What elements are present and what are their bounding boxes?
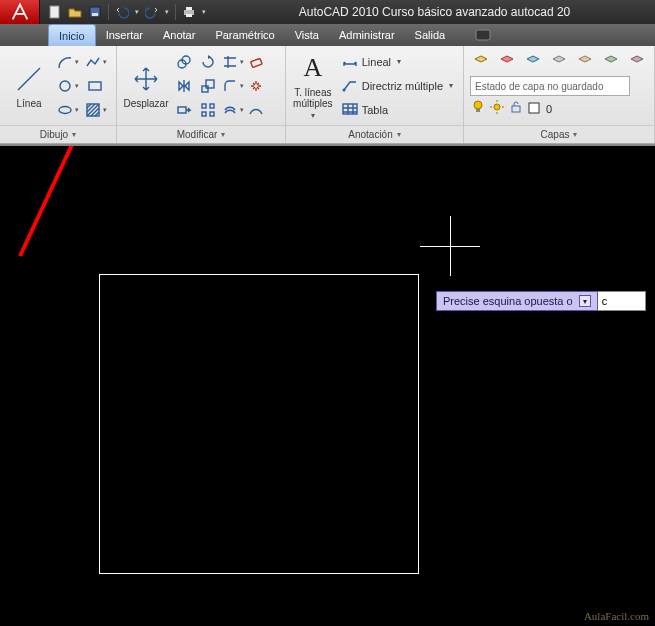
dynamic-input-field[interactable]	[598, 291, 646, 311]
svg-rect-20	[202, 112, 206, 116]
svg-rect-4	[186, 7, 192, 10]
tab-insertar[interactable]: Insertar	[96, 24, 153, 46]
layer-prev-icon[interactable]	[626, 50, 648, 72]
stretch-tool-icon[interactable]	[173, 99, 195, 121]
tabla-button[interactable]: Tabla	[338, 99, 457, 121]
panel-modificar-title[interactable]: Modificar▾	[117, 125, 285, 143]
qat-dropdown-icon[interactable]: ▾	[133, 3, 141, 21]
prompt-text: Precise esquina opuesta o	[443, 295, 573, 307]
panel-capas: Estado de capa no guardado 0 Capas▾	[464, 46, 655, 143]
qat-dropdown-icon[interactable]: ▾	[200, 3, 208, 21]
texto-button[interactable]: A T. líneas múltiples ▾	[292, 51, 334, 121]
layer-iso-icon[interactable]	[496, 50, 518, 72]
tab-vista[interactable]: Vista	[285, 24, 329, 46]
mirror-tool-icon[interactable]	[173, 75, 195, 97]
layer-match-icon[interactable]	[600, 50, 622, 72]
linea-button[interactable]: Línea	[6, 51, 52, 121]
fillet-tool-icon[interactable]: ▾	[221, 75, 243, 97]
layer-state-dropdown[interactable]: Estado de capa no guardado	[470, 76, 630, 96]
color-swatch-icon	[528, 100, 540, 118]
tabla-label: Tabla	[362, 104, 388, 116]
tab-anotar[interactable]: Anotar	[153, 24, 205, 46]
leader-icon	[342, 78, 358, 94]
dibujo-tools-grid: ▾ ▾ ▾ ▾ ▾	[56, 51, 110, 121]
join-tool-icon[interactable]	[245, 99, 267, 121]
offset-tool-icon[interactable]: ▾	[221, 99, 243, 121]
qat-new-icon[interactable]	[46, 3, 64, 21]
scale-tool-icon[interactable]	[197, 75, 219, 97]
rectangle-tool-icon[interactable]	[84, 75, 106, 97]
panel-dibujo-title[interactable]: Dibujo▾	[0, 125, 116, 143]
desplazar-label: Desplazar	[123, 98, 168, 109]
table-icon	[342, 102, 358, 118]
layer-current-row[interactable]: 0	[470, 100, 552, 118]
trim-tool-icon[interactable]: ▾	[221, 51, 243, 73]
options-icon[interactable]: ▾	[579, 295, 591, 307]
svg-rect-25	[476, 109, 480, 112]
ellipse-tool-icon[interactable]: ▾	[56, 99, 78, 121]
directriz-button[interactable]: Directriz múltiple▾	[338, 75, 457, 97]
lineal-button[interactable]: Lineal▾	[338, 51, 457, 73]
layer-lock-icon[interactable]	[574, 50, 596, 72]
panel-modificar: Desplazar ▾ ▾ ▾ Modificar▾	[117, 46, 286, 143]
svg-point-22	[342, 88, 345, 91]
svg-rect-15	[202, 86, 208, 92]
layer-current-name: 0	[546, 103, 552, 115]
tab-administrar[interactable]: Administrar	[329, 24, 405, 46]
move-icon	[129, 62, 163, 96]
svg-point-8	[60, 81, 70, 91]
qat-open-icon[interactable]	[66, 3, 84, 21]
drawing-canvas[interactable]: Precise esquina opuesta o ▾ AulaFacil.co…	[0, 144, 655, 626]
ribbon: Línea ▾ ▾ ▾ ▾ ▾ Dibujo▾ Desplazar	[0, 46, 655, 144]
svg-rect-32	[529, 103, 539, 113]
qat-redo-icon[interactable]	[143, 3, 161, 21]
arc-tool-icon[interactable]: ▾	[56, 51, 78, 73]
qat-undo-icon[interactable]	[113, 3, 131, 21]
directriz-label: Directriz múltiple	[362, 80, 443, 92]
erase-tool-icon[interactable]	[245, 51, 267, 73]
array-tool-icon[interactable]	[197, 99, 219, 121]
svg-rect-31	[512, 106, 520, 112]
svg-rect-0	[50, 6, 59, 18]
dynamic-input-label: Precise esquina opuesta o ▾	[436, 291, 598, 311]
desplazar-button[interactable]: Desplazar	[123, 51, 169, 121]
svg-rect-17	[178, 107, 186, 113]
bulb-on-icon	[472, 100, 484, 118]
svg-point-26	[494, 104, 500, 110]
panel-anotacion-title[interactable]: Anotación▾	[286, 125, 463, 143]
qat-print-icon[interactable]	[180, 3, 198, 21]
copy-tool-icon[interactable]	[173, 51, 195, 73]
help-icon[interactable]	[475, 24, 491, 46]
rotate-tool-icon[interactable]	[197, 51, 219, 73]
layer-prop-icon[interactable]	[470, 50, 492, 72]
title-bar: ▾ ▾ ▾ AutoCAD 2010 Curso básico avanzado…	[0, 0, 655, 24]
svg-rect-16	[206, 80, 214, 88]
app-menu-button[interactable]	[0, 0, 40, 24]
rectangle-preview	[99, 274, 419, 574]
qat-save-icon[interactable]	[86, 3, 104, 21]
dimension-icon	[342, 54, 358, 70]
panel-capas-title[interactable]: Capas▾	[464, 125, 654, 143]
layer-freeze-icon[interactable]	[522, 50, 544, 72]
layer-off-icon[interactable]	[548, 50, 570, 72]
layer-top-row	[470, 50, 648, 72]
svg-line-33	[20, 146, 90, 256]
svg-point-24	[474, 101, 482, 109]
qat-dropdown-icon[interactable]: ▾	[163, 3, 171, 21]
panel-capas-label: Capas	[541, 129, 570, 140]
hatch-tool-icon[interactable]: ▾	[84, 99, 106, 121]
svg-line-7	[18, 68, 40, 90]
tab-salida[interactable]: Salida	[405, 24, 456, 46]
circle-tool-icon[interactable]: ▾	[56, 75, 78, 97]
tab-parametrico[interactable]: Paramétrico	[205, 24, 284, 46]
tab-inicio[interactable]: Inicio	[48, 24, 96, 46]
modificar-tools-grid: ▾ ▾ ▾	[173, 51, 267, 121]
linea-label: Línea	[16, 98, 41, 109]
text-icon: A	[296, 51, 330, 85]
polyline-tool-icon[interactable]: ▾	[84, 51, 106, 73]
dynamic-input: Precise esquina opuesta o ▾	[436, 291, 646, 311]
quick-access-toolbar: ▾ ▾ ▾	[40, 3, 214, 21]
explode-tool-icon[interactable]	[245, 75, 267, 97]
line-icon	[12, 62, 46, 96]
panel-anotacion: A T. líneas múltiples ▾ Lineal▾ Directri…	[286, 46, 464, 143]
